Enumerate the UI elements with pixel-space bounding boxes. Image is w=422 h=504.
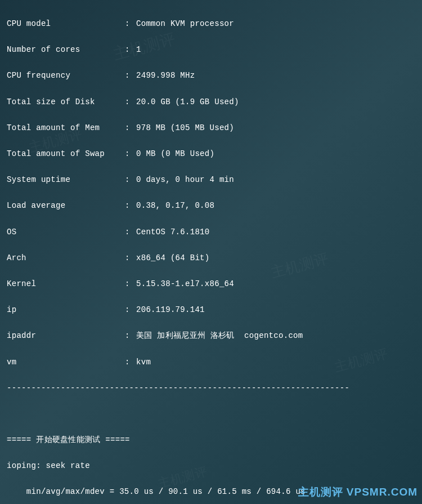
vm-value: kvm [136, 356, 151, 369]
ipaddr-value: 美国 加利福尼亚州 洛杉矶 cogentco.com [136, 329, 303, 342]
os-label: OS [7, 226, 125, 239]
cpu-model-row: CPU model: Common KVM processor [7, 17, 415, 30]
os-value: CentOS 7.6.1810 [136, 226, 210, 239]
vm-label: vm [7, 356, 125, 369]
disk-value: 20.0 GB (1.9 GB Used) [136, 96, 239, 109]
arch-row: Arch: x86_64 (64 Bit) [7, 252, 415, 265]
mem-value: 978 MB (105 MB Used) [136, 122, 234, 135]
mem-label: Total amount of Mem [7, 122, 125, 135]
ip-row: ip: 206.119.79.141 [7, 304, 415, 316]
cores-row: Number of cores: 1 [7, 43, 415, 56]
cores-label: Number of cores [7, 43, 125, 56]
disk-test-header: ===== 开始硬盘性能测试 ===== [7, 434, 415, 447]
kernel-row: Kernel: 5.15.38-1.el7.x86_64 [7, 278, 415, 291]
disk-row: Total size of Disk: 20.0 GB (1.9 GB Used… [7, 96, 415, 109]
ipaddr-row: ipaddr: 美国 加利福尼亚州 洛杉矶 cogentco.com [7, 329, 415, 342]
terminal-output: CPU model: Common KVM processor Number o… [7, 5, 415, 504]
swap-value: 0 MB (0 MB Used) [136, 148, 214, 160]
arch-value: x86_64 (64 Bit) [136, 252, 210, 265]
uptime-value: 0 days, 0 hour 4 min [136, 173, 234, 186]
cpu-model-label: CPU model [7, 17, 125, 30]
divider-line: ----------------------------------------… [7, 382, 415, 395]
cpu-freq-value: 2499.998 MHz [136, 69, 195, 82]
load-row: Load average: 0.38, 0.17, 0.08 [7, 199, 415, 212]
swap-row: Total amount of Swap: 0 MB (0 MB Used) [7, 148, 415, 160]
uptime-row: System uptime: 0 days, 0 hour 4 min [7, 173, 415, 186]
load-value: 0.38, 0.17, 0.08 [136, 199, 214, 212]
ioping-seek-label: ioping: seek rate [7, 460, 415, 472]
cpu-freq-label: CPU frequency [7, 69, 125, 82]
kernel-label: Kernel [7, 278, 125, 291]
ipaddr-label: ipaddr [7, 329, 125, 342]
branding-footer: 主机测评 VPSMR.COM [298, 483, 417, 501]
ip-label: ip [7, 304, 125, 316]
empty-line [7, 408, 415, 421]
cpu-model-value: Common KVM processor [136, 17, 234, 30]
cpu-freq-row: CPU frequency: 2499.998 MHz [7, 69, 415, 82]
kernel-value: 5.15.38-1.el7.x86_64 [136, 278, 234, 291]
swap-label: Total amount of Swap [7, 148, 125, 160]
arch-label: Arch [7, 252, 125, 265]
load-label: Load average [7, 199, 125, 212]
os-row: OS: CentOS 7.6.1810 [7, 226, 415, 239]
disk-label: Total size of Disk [7, 96, 125, 109]
vm-row: vm: kvm [7, 356, 415, 369]
cores-value: 1 [136, 43, 141, 56]
ip-value: 206.119.79.141 [136, 304, 205, 316]
uptime-label: System uptime [7, 173, 125, 186]
mem-row: Total amount of Mem: 978 MB (105 MB Used… [7, 122, 415, 135]
